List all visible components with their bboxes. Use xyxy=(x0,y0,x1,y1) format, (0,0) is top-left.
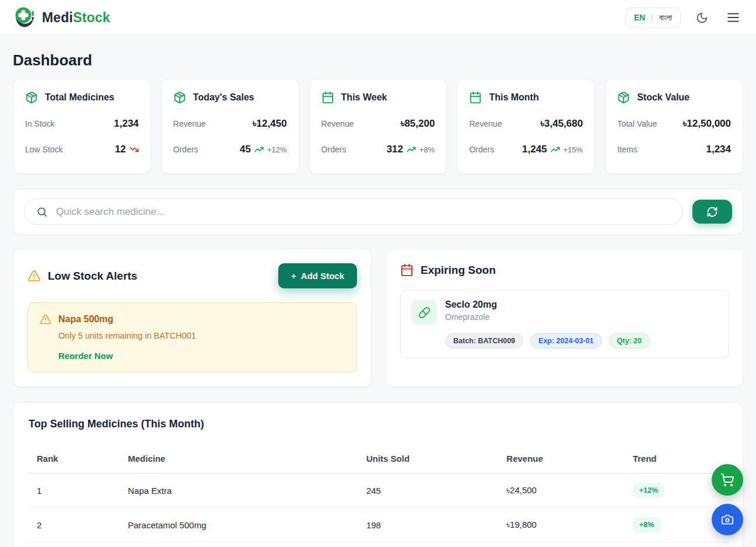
package-icon xyxy=(617,91,630,104)
cell-revenue: ৳19,800 xyxy=(497,508,623,542)
stat-label: Revenue xyxy=(173,119,206,128)
search-box[interactable] xyxy=(24,198,683,225)
calendar-icon xyxy=(400,263,414,277)
top-selling-title: Top Selling Medicines (This Month) xyxy=(29,418,729,430)
brand-name-stock: Stock xyxy=(73,10,110,25)
stat-label: Revenue xyxy=(469,119,502,128)
stat-value: 45 xyxy=(240,144,251,155)
trending-up-icon xyxy=(254,145,264,154)
calendar-icon xyxy=(469,91,482,104)
expiring-soon-panel: Expiring Soon Seclo 20mg Omeprazole Batc… xyxy=(386,249,743,387)
stat-card-stock-value: Stock Value Total Value ৳12,50,000 Items… xyxy=(605,79,743,174)
low-stock-alert-item: Napa 500mg Only 5 units remaining in BAT… xyxy=(27,302,357,372)
camera-fab-button[interactable] xyxy=(712,504,743,535)
medistock-logo-icon xyxy=(13,6,36,29)
add-stock-button-label: Add Stock xyxy=(301,271,344,281)
stat-value: ৳12,450 xyxy=(253,118,287,130)
stat-card-this-month: This Month Revenue ৳3,45,680 Orders 1,24… xyxy=(457,79,595,174)
alert-medicine-name: Napa 500mg xyxy=(58,314,113,325)
plus-icon: + xyxy=(291,271,296,281)
stat-value: 1,234 xyxy=(706,144,731,155)
search-input[interactable] xyxy=(56,206,671,218)
refresh-icon xyxy=(706,206,718,218)
cell-units: 245 xyxy=(357,473,497,508)
stat-card-title: This Month xyxy=(489,92,538,103)
cell-medicine: Napa Extra xyxy=(118,473,357,508)
cell-rank: 3 xyxy=(27,542,118,547)
stat-label: Total Value xyxy=(617,119,657,128)
stat-label: Low Stock xyxy=(25,145,63,154)
stat-value: ৳12,50,000 xyxy=(683,118,731,130)
stat-card-this-week: This Week Revenue ৳85,200 Orders 312+8% xyxy=(309,79,447,174)
brand-logo[interactable]: MediStock xyxy=(13,6,110,29)
trending-down-icon xyxy=(130,145,139,154)
language-toggle[interactable]: EN | বাংলা xyxy=(625,8,681,28)
package-icon xyxy=(25,91,38,104)
cart-fab-button[interactable] xyxy=(712,464,743,496)
stat-value: 312 xyxy=(387,144,403,155)
cell-medicine: Seclo 20mg xyxy=(118,542,357,547)
low-stock-alerts-panel: Low Stock Alerts + Add Stock Napa 500mg … xyxy=(13,249,372,387)
reorder-now-link[interactable]: Reorder Now xyxy=(58,351,113,361)
brand-name-medi: Medi xyxy=(42,10,73,25)
stat-value: 1,234 xyxy=(114,118,139,130)
refresh-button[interactable] xyxy=(692,200,732,224)
search-icon xyxy=(36,206,48,218)
stat-value: ৳85,200 xyxy=(401,118,435,130)
package-icon xyxy=(173,91,186,104)
stat-value: ৳3,45,680 xyxy=(541,118,583,130)
menu-button[interactable] xyxy=(723,8,743,27)
language-divider: | xyxy=(651,13,653,22)
table-row: 3 Seclo 20mg 150 ৳22,500 +15% xyxy=(27,542,729,547)
alert-triangle-icon xyxy=(27,269,41,283)
table-header-row: Rank Medicine Units Sold Revenue Trend xyxy=(27,447,729,473)
stat-value: 1,245 xyxy=(522,144,547,155)
column-header-medicine: Medicine xyxy=(118,447,357,473)
add-stock-button[interactable]: + Add Stock xyxy=(278,263,357,288)
cell-rank: 1 xyxy=(27,473,118,508)
stat-card-title: Stock Value xyxy=(637,92,690,103)
column-header-revenue: Revenue xyxy=(497,447,623,473)
trending-up-icon xyxy=(551,145,560,154)
calendar-icon xyxy=(321,91,334,104)
expiring-medicine-generic: Omeprazole xyxy=(445,312,497,322)
column-header-rank: Rank xyxy=(27,447,118,473)
stat-label: In Stock xyxy=(25,119,55,128)
pill-icon xyxy=(411,299,437,325)
stat-value: 12 xyxy=(115,144,126,155)
column-header-units-sold: Units Sold xyxy=(357,447,497,473)
trend-badge: +12% xyxy=(633,483,664,498)
hamburger-menu-icon xyxy=(726,10,741,25)
cell-medicine: Paracetamol 500mg xyxy=(118,508,357,542)
theme-toggle-button[interactable] xyxy=(694,9,710,26)
brand-name: MediStock xyxy=(42,10,110,26)
expiring-soon-title: Expiring Soon xyxy=(421,264,496,277)
expiry-badge: Exp: 2024-03-01 xyxy=(530,333,602,349)
language-option-bn[interactable]: বাংলা xyxy=(659,13,672,23)
expiring-item: Seclo 20mg Omeprazole Batch: BATCH009 Ex… xyxy=(400,290,729,358)
shopping-cart-icon xyxy=(720,473,734,487)
quick-search-panel xyxy=(13,189,743,235)
stat-card-todays-sales: Today's Sales Revenue ৳12,450 Orders 45+… xyxy=(161,79,299,174)
alert-message: Only 5 units remaining in BATCH001 xyxy=(58,331,345,340)
page-title: Dashboard xyxy=(13,51,743,69)
table-row: 1 Napa Extra 245 ৳24,500 +12% xyxy=(27,473,729,508)
stat-card-title: Today's Sales xyxy=(193,92,254,103)
stat-card-title: Total Medicines xyxy=(45,92,114,103)
cell-units: 198 xyxy=(357,508,497,542)
top-selling-table: Rank Medicine Units Sold Revenue Trend 1… xyxy=(27,447,729,547)
batch-badge: Batch: BATCH009 xyxy=(445,333,523,349)
stat-label: Orders xyxy=(173,145,198,154)
expiring-medicine-name: Seclo 20mg xyxy=(445,299,497,310)
stat-label: Revenue xyxy=(321,119,354,128)
top-selling-panel: Top Selling Medicines (This Month) Rank … xyxy=(13,402,743,547)
cell-units: 150 xyxy=(357,542,497,547)
quantity-badge: Qty: 20 xyxy=(609,333,650,349)
stat-label: Orders xyxy=(469,145,494,154)
low-stock-alerts-title: Low Stock Alerts xyxy=(48,270,137,283)
language-option-en[interactable]: EN xyxy=(634,13,645,22)
alert-triangle-icon xyxy=(40,313,51,325)
trending-up-icon xyxy=(407,145,416,154)
camera-icon xyxy=(721,513,734,526)
stat-label: Orders xyxy=(321,145,346,154)
